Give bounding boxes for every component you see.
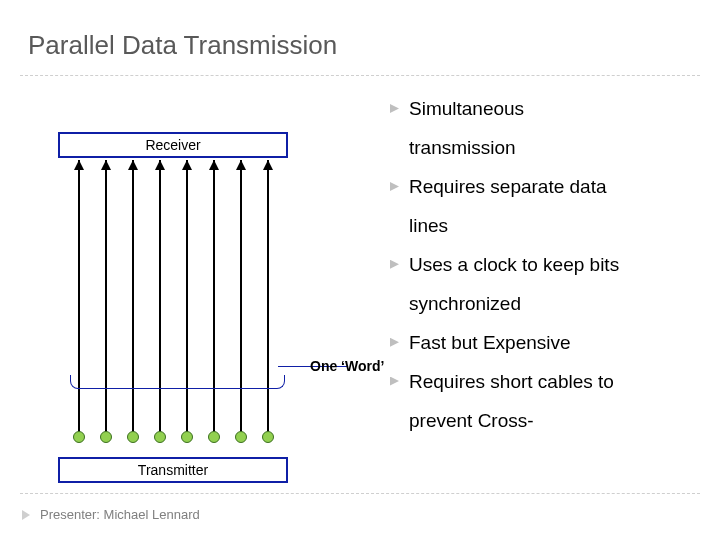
presenter-label: Presenter: Michael Lennard	[40, 507, 200, 522]
arrowhead-icon	[128, 160, 138, 170]
bullet-item: Fast but Expensive	[390, 324, 702, 363]
content-area: Receiver One ‘Word’ Transmitter Simultan…	[0, 90, 720, 485]
page-title: Parallel Data Transmission	[28, 30, 692, 61]
data-bit-dot	[100, 431, 112, 443]
arrowhead-icon	[155, 160, 165, 170]
data-wire	[159, 160, 161, 437]
bullet-continuation: lines	[390, 207, 702, 246]
bullet-list: Simultaneous transmission Requires separ…	[390, 90, 702, 440]
data-wire	[105, 160, 107, 437]
title-divider	[20, 75, 700, 76]
data-wire	[213, 160, 215, 437]
data-wire	[132, 160, 134, 437]
data-bit-dot	[154, 431, 166, 443]
diagram-column: Receiver One ‘Word’ Transmitter	[0, 90, 390, 485]
receiver-box: Receiver	[58, 132, 288, 158]
data-bit-dot	[208, 431, 220, 443]
footer-divider	[20, 493, 700, 494]
data-wire	[267, 160, 269, 437]
data-wire	[186, 160, 188, 437]
data-wire	[240, 160, 242, 437]
data-bit-dot	[127, 431, 139, 443]
word-brace	[70, 375, 285, 389]
word-label: One ‘Word’	[310, 358, 384, 374]
bullet-column: Simultaneous transmission Requires separ…	[390, 90, 720, 485]
bullet-item: Uses a clock to keep bits	[390, 246, 702, 285]
data-wire	[78, 160, 80, 437]
arrowhead-icon	[209, 160, 219, 170]
bullet-continuation: transmission	[390, 129, 702, 168]
arrowhead-icon	[101, 160, 111, 170]
arrowhead-icon	[182, 160, 192, 170]
bullet-item: Requires separate data	[390, 168, 702, 207]
arrowhead-icon	[236, 160, 246, 170]
bullet-continuation: synchronized	[390, 285, 702, 324]
bullet-continuation: prevent Cross-	[390, 402, 702, 441]
parallel-transmission-diagram: Receiver One ‘Word’ Transmitter	[58, 110, 318, 490]
arrowhead-icon	[74, 160, 84, 170]
data-bit-dot	[181, 431, 193, 443]
arrowhead-icon	[263, 160, 273, 170]
bullet-item: Requires short cables to	[390, 363, 702, 402]
bullet-item: Simultaneous	[390, 90, 702, 129]
data-bit-dot	[73, 431, 85, 443]
footer-caret-icon	[22, 510, 30, 520]
data-bit-dot	[235, 431, 247, 443]
transmitter-box: Transmitter	[58, 457, 288, 483]
data-bit-dot	[262, 431, 274, 443]
